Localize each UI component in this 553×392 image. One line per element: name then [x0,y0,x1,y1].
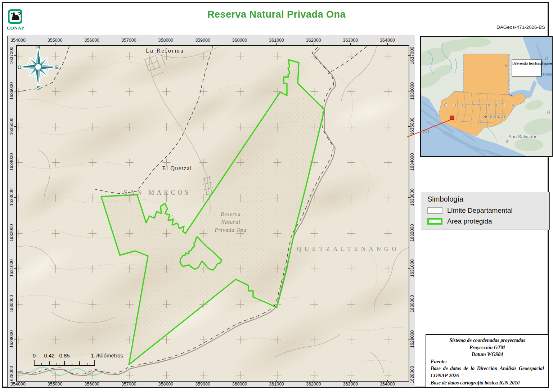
scale-bar: 0 0.42 0.85 1.7 Kilómetros [31,352,146,371]
axis-tick [240,43,240,45]
crs-line: Sistema de coordenadas proyectadas [431,337,544,344]
axis-tick [408,91,410,91]
axis-tick [408,162,410,162]
axis-label: 362000 [306,382,321,387]
axis-label: 1629000 [9,330,14,348]
axis-tick [408,375,410,375]
axis-tick [18,380,18,382]
axis-tick [350,380,351,382]
axis-tick [14,55,16,56]
axis-label: 357000 [121,382,136,387]
axis-label: 360000 [232,382,247,387]
conap-wordmark: CONAP [5,25,26,31]
axis-label: 1634000 [410,153,415,171]
reserve-name-line2: Natural [206,218,256,226]
axis-tick [240,380,240,382]
inset-gulf-label-part: d [547,62,549,66]
axis-tick [14,233,16,233]
axis-tick [408,339,410,339]
axis-tick [276,380,277,382]
scale-tick-label: 0 [33,352,36,359]
legend-item-label: Límite Departamental [447,207,513,215]
axis-tick [166,380,166,382]
axis-tick [14,339,16,339]
document-code: DAGeos-471-2026-BS [496,24,545,30]
axis-tick [276,43,277,45]
inset-gulf-label-part: Hond [543,72,552,76]
axis-label: 1636000 [410,82,415,100]
axis-label: 358000 [158,382,174,387]
axis-tick [14,375,16,375]
source-heading: Fuente: [431,358,544,365]
legend-item-label: Área protegida [447,217,492,225]
source-info-box: Sistema de coordenadas proyectadas Proye… [426,334,549,388]
axis-label: 364000 [380,38,395,43]
axis-tick [55,43,55,45]
protected-area-swatch [427,218,442,225]
axis-tick [408,233,410,233]
inset-gulf-label-part: G [545,57,548,61]
datum-line: Datum WGS84 [431,351,544,358]
compass-north-label: N [36,45,40,50]
source-line-1: Base de datos de la Dirección Análisis G… [431,365,544,379]
axis-label: 1632000 [410,224,415,242]
projection-line: Proyección GTM [431,344,544,351]
inset-city-dot-guatemala [480,121,482,123]
inset-city-dot-san-salvador [506,140,508,143]
axis-label: 355000 [48,38,63,43]
department-label-san-marcos: SAN MARCOS [121,189,193,197]
axis-label: 1632000 [9,224,14,242]
axis-label: 1637000 [410,47,415,64]
axis-label: 360000 [232,38,247,43]
axis-label: 1635000 [410,118,415,135]
legend-title: Simbología [427,195,463,203]
axis-label: 361000 [269,382,284,387]
axis-label: 354000 [10,38,26,43]
axis-label: 363000 [343,382,358,387]
axis-label: 362000 [306,38,321,43]
axis-tick [408,126,410,127]
inset-capital-label: Guatemala [482,114,505,119]
axis-tick [55,380,55,382]
axis-label: 355000 [48,382,63,387]
departmental-boundary-swatch [427,207,442,214]
axis-tick [408,55,410,56]
map-canvas: N E S O La Reforma El Quetzal SAN MARCOS… [16,45,409,382]
axis-tick [203,43,203,45]
axis-label: 364000 [380,382,395,387]
axis-label: 357000 [121,38,136,43]
axis-label: 1637000 [9,47,14,64]
town-label-la-reforma: La Reforma [140,47,190,54]
axis-tick [387,380,388,382]
inset-depth-label: 721 [423,129,430,134]
inset-belize-partial-label: B [505,63,508,68]
axis-label: 356000 [84,38,99,43]
axis-label: 1634000 [9,153,14,171]
axis-tick [14,91,16,91]
axis-tick [387,43,388,45]
axis-label: 1628000 [410,366,415,383]
axis-tick [408,197,410,198]
compass-west-label: O [17,64,22,70]
axis-tick [92,43,92,45]
scale-unit-label: Kilómetros [98,352,123,359]
axis-label: 1631000 [9,260,14,277]
inset-note-text: Diferendo territorial no resuelto [512,60,541,76]
reserve-name-line1: Reserva [206,211,256,218]
department-label-quetzaltenango: QUETZALTENANGO [291,245,406,253]
inset-san-salvador-label: San Salvador [508,134,536,139]
axis-tick [14,304,16,304]
axis-label: 359000 [195,382,210,387]
axis-label: 1630000 [9,295,14,312]
axis-tick [129,380,129,382]
legend: Simbología Límite Departamental Área pro… [421,192,550,230]
axis-label: 1636000 [9,82,14,100]
compass-east-label: E [55,64,59,70]
axis-tick [18,43,18,45]
axis-label: 1635000 [9,118,14,135]
axis-tick [14,268,16,269]
inset-country-label: G u a t e m a l a [444,102,516,108]
axis-label: 358000 [158,38,174,43]
axis-label: 363000 [343,38,358,43]
axis-label: 359000 [195,38,210,43]
